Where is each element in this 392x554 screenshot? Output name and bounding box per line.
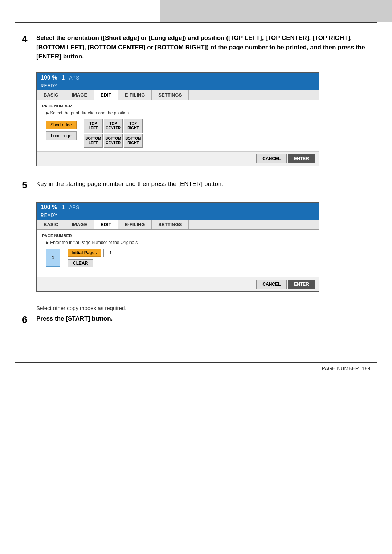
step6-text: Press the [START] button. xyxy=(36,314,113,326)
step5-header: 5 Key in the starting page number and th… xyxy=(22,179,370,191)
panel1-slot: 1 xyxy=(61,74,65,81)
doc-icon xyxy=(46,249,60,267)
edge-buttons: Short edge Long edge xyxy=(46,121,77,140)
panel2: 100 % 1 APS READY BASIC IMAGE EDIT E-FIL… xyxy=(36,202,319,292)
panel2-header: 100 % 1 APS xyxy=(37,203,319,212)
top-left-button[interactable]: TOPLEFT xyxy=(84,119,103,133)
short-edge-button[interactable]: Short edge xyxy=(46,121,77,129)
panel1-body: PAGE NUMBER ▶ Select the print direction… xyxy=(37,100,319,151)
tab2-image[interactable]: IMAGE xyxy=(65,220,94,229)
clear-button[interactable]: CLEAR xyxy=(68,259,93,267)
initial-page-area: Initial Page : 1 CLEAR xyxy=(46,249,314,267)
tab1-edit[interactable]: EDIT xyxy=(94,90,118,100)
panel2-body: PAGE NUMBER ▶ Enter the initial Page Num… xyxy=(37,230,319,277)
footer-bar: PAGE NUMBER 189 xyxy=(0,363,392,374)
panel1-aps: APS xyxy=(69,75,79,81)
bottom-left-button[interactable]: BOTTOMLEFT xyxy=(84,134,103,148)
long-edge-button[interactable]: Long edge xyxy=(46,131,77,140)
initial-page-label: Initial Page : xyxy=(68,249,101,257)
tab1-image[interactable]: IMAGE xyxy=(65,90,94,100)
panel2-aps: APS xyxy=(69,204,79,210)
panel1-cancel-button[interactable]: CANCEL xyxy=(256,154,287,163)
step4-number: 4 xyxy=(22,33,33,61)
panel1-instruction: ▶ Select the print direction and the pos… xyxy=(46,110,314,115)
panel1-page-number-label: PAGE NUMBER xyxy=(42,104,314,108)
step5-number: 5 xyxy=(22,179,33,191)
step5-text: Key in the starting page number and then… xyxy=(36,179,223,191)
position-grid: TOPLEFT TOPCENTER TOPRIGHT BOTTOMLEFT BO… xyxy=(84,119,143,148)
panel2-ready: READY xyxy=(37,212,319,220)
bottom-right-button[interactable]: BOTTOMRIGHT xyxy=(124,134,143,148)
orientation-area: Short edge Long edge TOPLEFT TOPCENTER T… xyxy=(46,119,314,148)
step4-text: Select the orientation ([Short edge] or … xyxy=(36,33,370,61)
panel2-slot: 1 xyxy=(61,204,65,211)
panel2-footer: CANCEL ENTER xyxy=(37,277,319,291)
top-bar xyxy=(160,0,392,22)
panel1: 100 % 1 APS READY BASIC IMAGE EDIT E-FIL… xyxy=(36,72,319,166)
top-right-button[interactable]: TOPRIGHT xyxy=(124,119,143,133)
main-content: 4 Select the orientation ([Short edge] o… xyxy=(0,23,392,347)
tab2-basic[interactable]: BASIC xyxy=(37,220,65,229)
step4-block: 4 Select the orientation ([Short edge] o… xyxy=(22,33,370,166)
tab2-settings[interactable]: SETTINGS xyxy=(152,220,189,229)
step4-header: 4 Select the orientation ([Short edge] o… xyxy=(22,33,370,61)
initial-page-value[interactable]: 1 xyxy=(103,249,118,257)
panel2-tabs: BASIC IMAGE EDIT E-FILING SETTINGS xyxy=(37,220,319,230)
bottom-center-button[interactable]: BOTTOMCENTER xyxy=(104,134,123,148)
tab1-settings[interactable]: SETTINGS xyxy=(152,90,189,100)
panel2-enter-button[interactable]: ENTER xyxy=(288,280,315,289)
tab1-efiling[interactable]: E-FILING xyxy=(118,90,152,100)
panel2-percent: 100 % xyxy=(41,204,57,211)
footer-label: PAGE NUMBER xyxy=(322,366,359,371)
initial-page-controls: Initial Page : 1 CLEAR xyxy=(68,249,118,267)
tab2-edit[interactable]: EDIT xyxy=(94,220,118,229)
panel2-instruction: ▶ Enter the initial Page Number of the O… xyxy=(46,240,314,245)
step6-block: 6 Press the [START] button. xyxy=(22,314,370,326)
tab2-efiling[interactable]: E-FILING xyxy=(118,220,152,229)
panel1-footer: CANCEL ENTER xyxy=(37,151,319,166)
panel1-percent: 100 % xyxy=(41,74,57,81)
panel2-cancel-button[interactable]: CANCEL xyxy=(256,280,287,289)
step5-block: 5 Key in the starting page number and th… xyxy=(22,179,370,292)
panel1-ready: READY xyxy=(37,82,319,90)
top-center-button[interactable]: TOPCENTER xyxy=(104,119,123,133)
step6-number: 6 xyxy=(22,314,33,326)
panel2-page-number-label: PAGE NUMBER xyxy=(42,233,314,238)
panel1-enter-button[interactable]: ENTER xyxy=(288,154,315,163)
initial-page-row: Initial Page : 1 xyxy=(68,249,118,257)
panel1-tabs: BASIC IMAGE EDIT E-FILING SETTINGS xyxy=(37,90,319,100)
tab1-basic[interactable]: BASIC xyxy=(37,90,65,100)
select-text: Select other copy modes as required. xyxy=(36,305,370,311)
footer-page: 189 xyxy=(362,366,370,371)
panel1-header: 100 % 1 APS xyxy=(37,73,319,82)
